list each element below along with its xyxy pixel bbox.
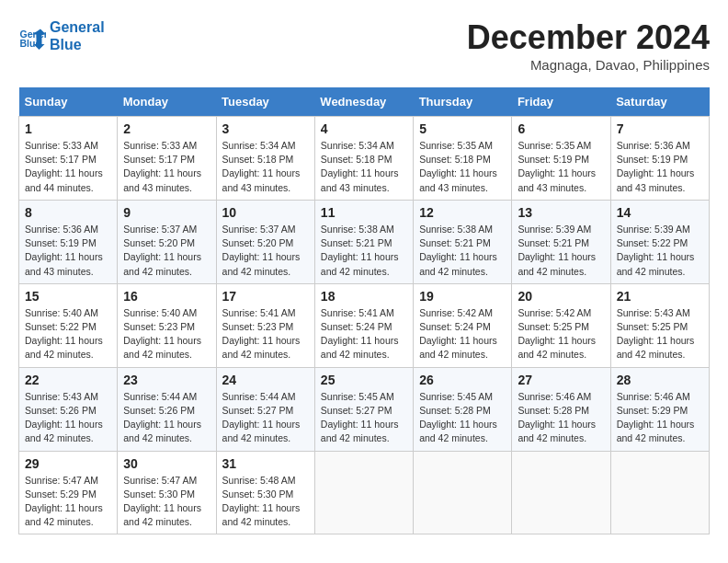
day-info: Sunrise: 5:47 AM Sunset: 5:30 PM Dayligh… (123, 474, 210, 530)
day-info: Sunrise: 5:40 AM Sunset: 5:23 PM Dayligh… (123, 306, 210, 362)
col-header-wednesday: Wednesday (314, 87, 413, 117)
day-number: 26 (419, 373, 506, 387)
day-info: Sunrise: 5:33 AM Sunset: 5:17 PM Dayligh… (123, 139, 210, 195)
day-info: Sunrise: 5:43 AM Sunset: 5:25 PM Dayligh… (617, 306, 703, 362)
day-number: 30 (123, 456, 210, 471)
calendar-table: SundayMondayTuesdayWednesdayThursdayFrid… (18, 87, 710, 534)
day-info: Sunrise: 5:33 AM Sunset: 5:17 PM Dayligh… (25, 139, 111, 195)
day-number: 21 (617, 289, 703, 304)
day-number: 15 (25, 289, 111, 304)
day-number: 18 (321, 289, 407, 304)
day-info: Sunrise: 5:39 AM Sunset: 5:22 PM Dayligh… (617, 223, 703, 279)
day-number: 22 (25, 373, 111, 387)
day-number: 7 (617, 121, 703, 136)
day-number: 27 (518, 373, 604, 387)
logo-text: GeneralBlue (50, 18, 105, 53)
day-number: 23 (123, 373, 210, 387)
day-number: 10 (222, 205, 309, 220)
calendar-cell: 18Sunrise: 5:41 AM Sunset: 5:24 PM Dayli… (314, 283, 413, 367)
day-number: 25 (321, 373, 407, 387)
calendar-cell: 29Sunrise: 5:47 AM Sunset: 5:29 PM Dayli… (19, 451, 118, 534)
calendar-cell: 2Sunrise: 5:33 AM Sunset: 5:17 PM Daylig… (118, 117, 216, 201)
calendar-cell: 15Sunrise: 5:40 AM Sunset: 5:22 PM Dayli… (19, 283, 118, 367)
day-info: Sunrise: 5:34 AM Sunset: 5:18 PM Dayligh… (321, 139, 407, 195)
calendar-cell: 17Sunrise: 5:41 AM Sunset: 5:23 PM Dayli… (216, 283, 314, 367)
day-number: 9 (123, 205, 210, 220)
day-info: Sunrise: 5:45 AM Sunset: 5:28 PM Dayligh… (419, 390, 506, 446)
calendar-week-1: 8Sunrise: 5:36 AM Sunset: 5:19 PM Daylig… (19, 200, 710, 283)
day-number: 28 (617, 373, 703, 387)
calendar-cell: 7Sunrise: 5:36 AM Sunset: 5:19 PM Daylig… (610, 117, 709, 201)
col-header-monday: Monday (118, 87, 216, 117)
title-block: December 2024 Magnaga, Davao, Philippine… (467, 18, 710, 73)
col-header-saturday: Saturday (610, 87, 709, 117)
calendar-cell (610, 451, 709, 534)
day-info: Sunrise: 5:36 AM Sunset: 5:19 PM Dayligh… (617, 139, 703, 195)
calendar-cell: 27Sunrise: 5:46 AM Sunset: 5:28 PM Dayli… (512, 367, 610, 451)
day-info: Sunrise: 5:43 AM Sunset: 5:26 PM Dayligh… (25, 390, 111, 446)
calendar-cell: 13Sunrise: 5:39 AM Sunset: 5:21 PM Dayli… (512, 200, 610, 283)
calendar-cell: 8Sunrise: 5:36 AM Sunset: 5:19 PM Daylig… (19, 200, 118, 283)
day-number: 14 (617, 205, 703, 220)
day-info: Sunrise: 5:34 AM Sunset: 5:18 PM Dayligh… (222, 139, 309, 195)
day-number: 17 (222, 289, 309, 304)
day-info: Sunrise: 5:46 AM Sunset: 5:28 PM Dayligh… (518, 390, 604, 446)
calendar-week-2: 15Sunrise: 5:40 AM Sunset: 5:22 PM Dayli… (19, 283, 710, 367)
day-info: Sunrise: 5:39 AM Sunset: 5:21 PM Dayligh… (518, 223, 604, 279)
day-number: 8 (25, 205, 111, 220)
col-header-tuesday: Tuesday (216, 87, 314, 117)
calendar-header-row: SundayMondayTuesdayWednesdayThursdayFrid… (19, 87, 710, 117)
day-number: 20 (518, 289, 604, 304)
calendar-week-4: 29Sunrise: 5:47 AM Sunset: 5:29 PM Dayli… (19, 451, 710, 534)
calendar-cell: 4Sunrise: 5:34 AM Sunset: 5:18 PM Daylig… (314, 117, 413, 201)
day-number: 11 (321, 205, 407, 220)
day-number: 19 (419, 289, 506, 304)
calendar-cell: 12Sunrise: 5:38 AM Sunset: 5:21 PM Dayli… (414, 200, 512, 283)
calendar-cell: 11Sunrise: 5:38 AM Sunset: 5:21 PM Dayli… (314, 200, 413, 283)
day-number: 5 (419, 121, 506, 136)
calendar-cell: 3Sunrise: 5:34 AM Sunset: 5:18 PM Daylig… (216, 117, 314, 201)
calendar-cell (512, 451, 610, 534)
day-info: Sunrise: 5:41 AM Sunset: 5:24 PM Dayligh… (321, 306, 407, 362)
calendar-cell (414, 451, 512, 534)
calendar-cell: 30Sunrise: 5:47 AM Sunset: 5:30 PM Dayli… (118, 451, 216, 534)
calendar-cell: 6Sunrise: 5:35 AM Sunset: 5:19 PM Daylig… (512, 117, 610, 201)
calendar-cell: 31Sunrise: 5:48 AM Sunset: 5:30 PM Dayli… (216, 451, 314, 534)
calendar-cell: 9Sunrise: 5:37 AM Sunset: 5:20 PM Daylig… (118, 200, 216, 283)
day-info: Sunrise: 5:38 AM Sunset: 5:21 PM Dayligh… (419, 223, 506, 279)
day-number: 16 (123, 289, 210, 304)
logo-icon: General Blue (18, 22, 46, 50)
day-info: Sunrise: 5:41 AM Sunset: 5:23 PM Dayligh… (222, 306, 309, 362)
day-info: Sunrise: 5:42 AM Sunset: 5:25 PM Dayligh… (518, 306, 604, 362)
col-header-sunday: Sunday (19, 87, 118, 117)
day-number: 2 (123, 121, 210, 136)
day-info: Sunrise: 5:45 AM Sunset: 5:27 PM Dayligh… (321, 390, 407, 446)
month-title: December 2024 (467, 18, 710, 57)
day-info: Sunrise: 5:40 AM Sunset: 5:22 PM Dayligh… (25, 306, 111, 362)
day-info: Sunrise: 5:37 AM Sunset: 5:20 PM Dayligh… (123, 223, 210, 279)
day-info: Sunrise: 5:36 AM Sunset: 5:19 PM Dayligh… (25, 223, 111, 279)
calendar-cell: 16Sunrise: 5:40 AM Sunset: 5:23 PM Dayli… (118, 283, 216, 367)
calendar-cell: 5Sunrise: 5:35 AM Sunset: 5:18 PM Daylig… (414, 117, 512, 201)
day-info: Sunrise: 5:38 AM Sunset: 5:21 PM Dayligh… (321, 223, 407, 279)
calendar-cell: 23Sunrise: 5:44 AM Sunset: 5:26 PM Dayli… (118, 367, 216, 451)
logo: General Blue GeneralBlue (18, 18, 105, 53)
day-info: Sunrise: 5:44 AM Sunset: 5:27 PM Dayligh… (222, 390, 309, 446)
day-info: Sunrise: 5:44 AM Sunset: 5:26 PM Dayligh… (123, 390, 210, 446)
location: Magnaga, Davao, Philippines (467, 57, 710, 73)
day-number: 31 (222, 456, 309, 471)
calendar-cell: 10Sunrise: 5:37 AM Sunset: 5:20 PM Dayli… (216, 200, 314, 283)
calendar-cell: 1Sunrise: 5:33 AM Sunset: 5:17 PM Daylig… (19, 117, 118, 201)
calendar-cell: 19Sunrise: 5:42 AM Sunset: 5:24 PM Dayli… (414, 283, 512, 367)
calendar-cell: 26Sunrise: 5:45 AM Sunset: 5:28 PM Dayli… (414, 367, 512, 451)
calendar-cell: 22Sunrise: 5:43 AM Sunset: 5:26 PM Dayli… (19, 367, 118, 451)
day-number: 6 (518, 121, 604, 136)
calendar-week-3: 22Sunrise: 5:43 AM Sunset: 5:26 PM Dayli… (19, 367, 710, 451)
day-number: 12 (419, 205, 506, 220)
calendar-cell: 21Sunrise: 5:43 AM Sunset: 5:25 PM Dayli… (610, 283, 709, 367)
calendar-cell (314, 451, 413, 534)
day-info: Sunrise: 5:37 AM Sunset: 5:20 PM Dayligh… (222, 223, 309, 279)
calendar-cell: 14Sunrise: 5:39 AM Sunset: 5:22 PM Dayli… (610, 200, 709, 283)
day-number: 3 (222, 121, 309, 136)
calendar-cell: 28Sunrise: 5:46 AM Sunset: 5:29 PM Dayli… (610, 367, 709, 451)
